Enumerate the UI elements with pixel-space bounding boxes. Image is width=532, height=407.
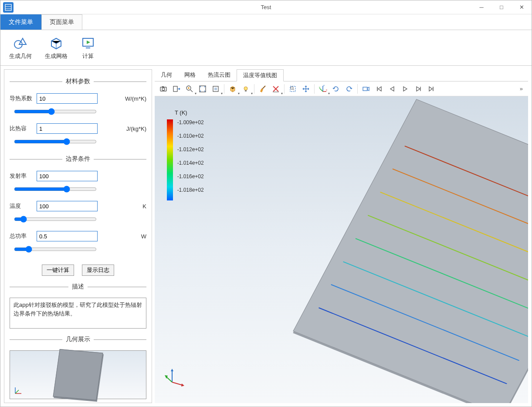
temperature-input[interactable] [37, 201, 98, 211]
specific-heat-input[interactable] [37, 123, 98, 134]
svg-rect-21 [245, 90, 247, 92]
ribbon-tabs: 文件菜单 页面菜单 [0, 14, 532, 30]
viewer-tab-mesh[interactable]: 网格 [178, 69, 202, 81]
preview-plate [53, 349, 103, 400]
svg-line-47 [172, 382, 183, 385]
viewer-tab-geometry[interactable]: 几何 [155, 69, 178, 81]
box-select-icon[interactable] [287, 83, 299, 95]
rotate-ccw-icon[interactable] [330, 83, 342, 95]
viewer-panel: 几何 网格 热流云图 温度等值线图 ▾ ▾ ▾ ▾ ▾ [155, 69, 528, 403]
section-material: 材料参数 [10, 78, 146, 85]
emissivity-input[interactable] [37, 171, 98, 181]
contour-line [331, 284, 519, 361]
step-fwd-icon[interactable] [412, 83, 424, 95]
svg-line-8 [15, 390, 19, 393]
export-icon[interactable] [170, 83, 183, 95]
svg-marker-36 [367, 87, 369, 91]
select-cube-icon[interactable]: ▾ [227, 83, 239, 95]
power-slider[interactable] [14, 246, 97, 253]
axis-mini-icon [13, 386, 23, 397]
viewer-tab-contour[interactable]: 温度等值线图 [237, 69, 284, 81]
svg-marker-40 [403, 87, 407, 91]
compute-icon [81, 36, 95, 51]
specific-heat-unit: J/(kg*K) [126, 125, 146, 132]
zoom-box-icon[interactable]: ▾ [210, 83, 222, 95]
power-unit: W [141, 233, 146, 240]
geometry-preview[interactable] [10, 350, 146, 399]
log-button[interactable]: 显示日志 [82, 265, 114, 276]
titlebar: Test ─ □ ✕ [0, 0, 532, 14]
legend-tick: -1.018e+02 [177, 187, 204, 200]
ribbon-btn-geometry[interactable]: 生成几何 [7, 34, 34, 62]
svg-line-31 [320, 88, 323, 92]
viewer-toolbar: ▾ ▾ ▾ ▾ ▾ zxy▾ [155, 81, 528, 96]
axis-xyz-icon[interactable]: zxy▾ [317, 83, 329, 95]
svg-rect-19 [214, 88, 217, 90]
rotate-cw-icon[interactable] [343, 83, 355, 95]
viewer-canvas[interactable]: T (K) -1.009e+02 -1.010e+02 -1.012e+02 -… [155, 96, 528, 403]
ribbon-body: 生成几何 生成网格 计算 [0, 30, 532, 66]
svg-marker-4 [87, 41, 90, 44]
ribbon-btn-mesh[interactable]: 生成网格 [42, 34, 70, 62]
thermal-cond-slider[interactable] [14, 108, 97, 115]
mesh-icon [49, 36, 64, 51]
ribbon-tab-page[interactable]: 页面菜单 [41, 14, 82, 30]
thermal-cond-unit: W/(m*K) [125, 95, 146, 102]
delete-x-icon[interactable]: ▾ [270, 83, 282, 95]
calc-button[interactable]: 一键计算 [42, 265, 74, 276]
thermal-cond-label: 导热系数 [10, 95, 33, 102]
svg-line-14 [190, 90, 193, 92]
play-icon[interactable] [399, 83, 411, 95]
thermal-cond-input[interactable] [37, 93, 98, 104]
skip-start-icon[interactable] [373, 83, 385, 95]
maximize-button[interactable]: □ [491, 0, 512, 14]
camera-icon[interactable] [157, 83, 169, 95]
legend-tick: -1.016e+02 [177, 173, 204, 187]
minimize-button[interactable]: ─ [471, 0, 491, 14]
power-input[interactable] [37, 231, 98, 241]
colorbar-icon [167, 119, 173, 200]
move-icon[interactable] [300, 83, 312, 95]
side-panel: 材料参数 导热系数 W/(m*K) 比热容 J/(kg*K) 边界条件 发射率 [4, 69, 152, 403]
section-desc: 描述 [10, 283, 146, 291]
close-button[interactable]: ✕ [512, 0, 532, 14]
video-icon[interactable] [360, 83, 372, 95]
skip-end-icon[interactable] [425, 83, 437, 95]
brush-icon[interactable] [257, 83, 269, 95]
section-boundary: 边界条件 [10, 155, 146, 163]
ribbon-btn-label: 生成几何 [9, 52, 32, 60]
svg-text:z: z [323, 85, 325, 87]
emissivity-label: 发射率 [10, 172, 33, 180]
specific-heat-slider[interactable] [14, 138, 97, 145]
svg-line-22 [262, 86, 265, 89]
light-icon[interactable]: ▾ [240, 83, 252, 95]
svg-text:x: x [326, 88, 327, 91]
toolbar-overflow-icon[interactable]: » [517, 85, 525, 92]
section-preview: 几何展示 [10, 336, 146, 343]
specific-heat-label: 比热容 [10, 125, 33, 132]
legend-tick: -1.009e+02 [177, 119, 204, 133]
viewer-tab-heatflow[interactable]: 热流云图 [202, 69, 237, 81]
svg-point-10 [162, 88, 165, 90]
ribbon-btn-label: 计算 [82, 52, 94, 60]
app-icon [3, 2, 14, 13]
svg-rect-0 [5, 4, 11, 10]
power-label: 总功率 [10, 232, 33, 240]
contour-line [319, 307, 507, 384]
window-title: Test [0, 4, 532, 10]
legend-tick: -1.014e+02 [177, 160, 204, 173]
legend-title: T (K) [175, 109, 204, 116]
svg-rect-11 [162, 86, 164, 87]
zoom-extents-icon[interactable] [197, 83, 209, 95]
temperature-slider[interactable] [14, 216, 97, 223]
contour-line [404, 146, 528, 222]
svg-marker-41 [417, 87, 420, 91]
step-back-icon[interactable] [386, 83, 398, 95]
svg-marker-38 [378, 87, 381, 91]
zoom-search-icon[interactable]: ▾ [183, 83, 196, 95]
ribbon-tab-file[interactable]: 文件菜单 [0, 14, 41, 30]
temperature-unit: K [142, 203, 146, 210]
svg-line-28 [293, 89, 294, 90]
emissivity-slider[interactable] [14, 186, 97, 193]
ribbon-btn-compute[interactable]: 计算 [78, 34, 98, 62]
